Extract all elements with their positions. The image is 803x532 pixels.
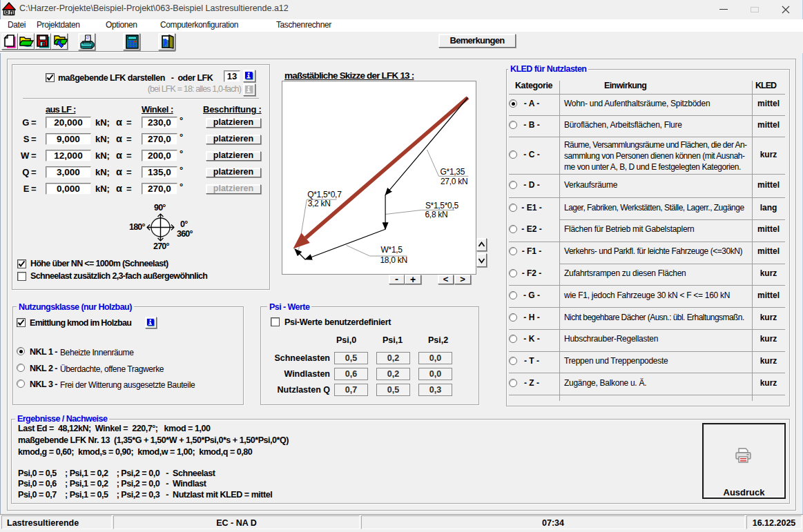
svg-text:18,0 kN: 18,0 kN	[380, 255, 407, 265]
svg-text:Q*1,5*0,7: Q*1,5*0,7	[307, 190, 342, 199]
svg-text:G*1,35: G*1,35	[441, 167, 465, 177]
svg-text:W*1,5: W*1,5	[381, 245, 403, 255]
svg-text:27,0 kN: 27,0 kN	[441, 177, 467, 186]
svg-text:S*1,5*0,5: S*1,5*0,5	[425, 201, 459, 210]
svg-text:6,8 kN: 6,8 kN	[425, 210, 448, 219]
svg-text:3,2 kN: 3,2 kN	[308, 199, 331, 208]
